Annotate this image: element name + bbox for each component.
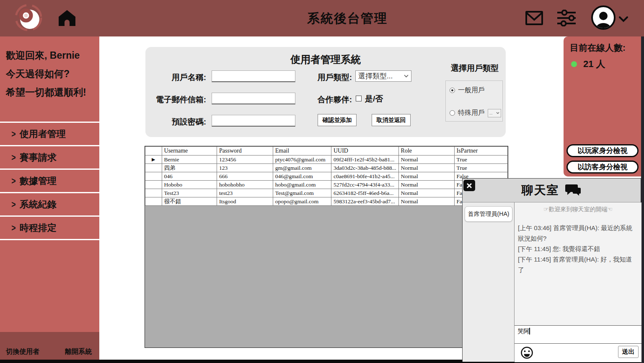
grid-cell[interactable]: True — [454, 164, 507, 172]
special-user-mini-select[interactable]: ... — [488, 109, 501, 117]
grid-cell[interactable]: 123456 — [217, 156, 273, 164]
chat-message-input[interactable]: 哭阿 — [515, 326, 641, 344]
grid-cell[interactable]: 527fd2cc-4794-43f4-a33... — [331, 181, 398, 189]
chevron-down-icon[interactable] — [618, 16, 628, 23]
grid-cell[interactable]: 四弟 — [162, 164, 217, 172]
grid-cell[interactable]: 046 — [162, 172, 217, 181]
grid-cell[interactable]: True — [454, 156, 507, 164]
grid-cell[interactable]: Normal — [398, 172, 454, 181]
welcome-line: 希望一切都還順利! — [6, 83, 86, 101]
sidebar-menu-item[interactable]: >使用者管理 — [0, 123, 99, 146]
view-as-guest-button[interactable]: 以訪客身分檢視 — [566, 161, 639, 174]
row-selector-cell[interactable] — [145, 164, 162, 172]
grid-column-header[interactable]: Role — [398, 147, 454, 156]
switch-user-button[interactable]: 切換使用者 — [6, 347, 39, 356]
top-bar: 系統後台管理 — [0, 0, 644, 36]
grid-cell[interactable]: 046@gmail.com — [273, 172, 331, 181]
user-type-groupbox: 一般用戶特殊用戶... — [445, 80, 503, 122]
chat-message-area[interactable]: ☞歡迎來到聊天室的開端☜ [上午 03:46] 首席管理員(HA): 最近的系統… — [515, 202, 641, 326]
online-count-title: 目前在線人數: — [570, 42, 626, 54]
emoji-smiley-icon[interactable] — [520, 346, 533, 359]
radio-button-icon[interactable] — [450, 88, 455, 93]
sidebar-menu-item[interactable]: >系統紀錄 — [0, 193, 99, 217]
grid-column-header[interactable]: Password — [217, 147, 273, 156]
chat-message: [下午 11:45] 首席管理員(HA): 好，我知道了 — [518, 254, 638, 275]
grid-cell[interactable]: Test23 — [162, 189, 217, 197]
grid-row[interactable]: 四弟123gm@gmail.com3da03d2c-38ab-485d-b88.… — [145, 164, 508, 172]
users-data-grid[interactable]: UsernamePasswordEmailUUIDRoleIsPartner▶B… — [145, 146, 508, 348]
send-button[interactable]: 送出 — [618, 346, 639, 358]
radio-button-icon[interactable] — [450, 110, 455, 116]
home-icon[interactable] — [58, 9, 76, 27]
grid-cell[interactable]: test23 — [217, 189, 273, 197]
grid-cell[interactable]: 62634182-f5ff-46ed-b6a... — [331, 189, 398, 197]
grid-cell[interactable]: 09f24fff-1e2f-45b2-ba81... — [331, 156, 398, 164]
grid-row[interactable]: Test23test23Test@gmail.com62634182-f5ff-… — [145, 189, 508, 197]
grid-cell[interactable]: 3da03d2c-38ab-485d-b88... — [331, 164, 398, 172]
settings-sliders-icon[interactable] — [556, 10, 577, 26]
sidebar-menu-item[interactable]: >時程排定 — [0, 217, 99, 240]
row-selector-arrow-icon[interactable]: ▶ — [145, 156, 162, 164]
sidebar-menu-item[interactable]: >數據管理 — [0, 170, 99, 193]
row-selector-cell[interactable] — [145, 189, 162, 197]
password-input[interactable] — [212, 115, 295, 127]
grid-cell[interactable]: Normal — [398, 164, 454, 172]
view-as-player-button[interactable]: 以玩家身分檢視 — [566, 144, 639, 157]
user-type-selected-value: 選擇類型... — [358, 71, 404, 81]
right-edge-strip — [641, 36, 644, 363]
partner-checkbox[interactable] — [356, 96, 362, 101]
row-selector-cell[interactable] — [145, 181, 162, 189]
grid-cell[interactable]: Normal — [398, 181, 454, 189]
grid-cell[interactable]: 123 — [217, 164, 273, 172]
mail-icon[interactable] — [525, 10, 543, 26]
user-type-radio-option[interactable]: 特殊用戶... — [450, 109, 501, 117]
grid-row[interactable]: 很不錯Itsgoodopopo@gmail.com5983122a-eef3-4… — [145, 197, 508, 206]
grid-cell[interactable]: c0ae8691-b0fe-41b2-a45... — [331, 172, 398, 181]
sidebar-menu-item-label: 數據管理 — [20, 175, 57, 187]
grid-cell[interactable]: ptyc4076@gmail.com — [273, 156, 331, 164]
grid-column-header[interactable]: Username — [162, 147, 217, 156]
grid-cell[interactable]: Normal — [398, 197, 454, 206]
grid-column-header[interactable]: IsPartner — [454, 147, 507, 156]
grid-cell[interactable]: hobo@gmail.com — [273, 181, 331, 189]
grid-cell[interactable]: hobohobho — [217, 181, 273, 189]
row-selector-cell[interactable] — [145, 197, 162, 206]
user-type-select[interactable]: 選擇類型... — [355, 70, 411, 82]
exit-system-button[interactable]: 離開系統 — [65, 347, 92, 356]
welcome-message: 歡迎回來, Bernie 今天過得如何? 希望一切都還順利! — [6, 46, 86, 101]
grid-cell[interactable]: 很不錯 — [162, 197, 217, 206]
grid-column-header[interactable]: UUID — [331, 147, 398, 156]
row-selector-cell[interactable] — [145, 172, 162, 181]
page-title: 系統後台管理 — [264, 10, 431, 27]
grid-cell[interactable]: 5983122a-eef3-45bd-ad7... — [331, 197, 398, 206]
grid-cell[interactable]: Itsgood — [217, 197, 273, 206]
radio-option-label: 一般用戶 — [458, 86, 485, 95]
close-icon[interactable] — [463, 180, 475, 191]
chat-message: [上午 03:46] 首席管理員(HA): 最近的系統狀況如何? — [518, 223, 638, 244]
grid-column-header[interactable]: Email — [273, 147, 331, 156]
grid-cell[interactable]: Hobobo — [162, 181, 217, 189]
cancel-return-button[interactable]: 取消並返回 — [372, 114, 411, 126]
sidebar-menu-item[interactable]: >賽事請求 — [0, 146, 99, 170]
grid-cell[interactable]: Normal — [398, 189, 454, 197]
chat-input-value: 哭阿 — [517, 328, 529, 334]
user-avatar[interactable] — [591, 5, 616, 30]
welcome-line: 歡迎回來, Bernie — [6, 46, 86, 65]
username-input[interactable] — [212, 70, 295, 82]
chat-contact-tab[interactable]: 首席管理員(HA) — [465, 206, 512, 222]
row-selector-header — [145, 147, 162, 156]
grid-cell[interactable]: Bernie — [162, 156, 217, 164]
email-label: 電子郵件信箱: — [150, 94, 206, 105]
grid-row[interactable]: Hobobohobohobhohobo@gmail.com527fd2cc-47… — [145, 181, 508, 189]
email-input[interactable] — [212, 93, 295, 104]
text-caret — [529, 328, 530, 334]
grid-row[interactable]: 046666046@gmail.comc0ae8691-b0fe-41b2-a4… — [145, 172, 508, 181]
grid-row[interactable]: ▶Bernie123456ptyc4076@gmail.com09f24fff-… — [145, 156, 508, 164]
grid-cell[interactable]: Normal — [398, 156, 454, 164]
grid-cell[interactable]: 666 — [217, 172, 273, 181]
grid-cell[interactable]: Test@gmail.com — [273, 189, 331, 197]
confirm-add-button[interactable]: 確認並添加 — [318, 114, 357, 126]
user-type-radio-option[interactable]: 一般用戶 — [450, 86, 485, 95]
grid-cell[interactable]: opopo@gmail.com — [273, 197, 331, 206]
grid-cell[interactable]: gm@gmail.com — [273, 164, 331, 172]
